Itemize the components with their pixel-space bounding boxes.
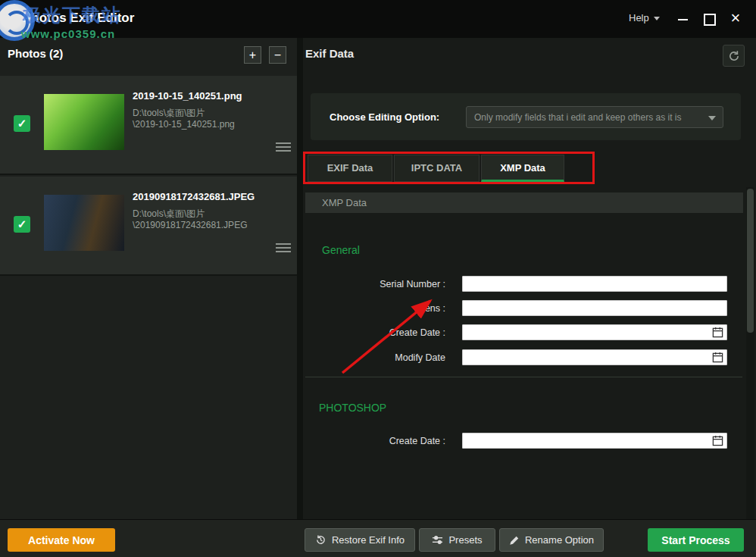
editing-option-dropdown[interactable]: Only modify fields that i edit and keep … <box>466 106 723 128</box>
calendar-icon[interactable] <box>712 435 723 446</box>
restore-label: Restore Exif Info <box>332 534 405 546</box>
chevron-down-icon <box>708 116 716 120</box>
photo-checkbox[interactable]: ✓ <box>14 216 30 233</box>
tab-xmp-data[interactable]: XMP Data <box>481 155 564 182</box>
xmp-section-header: XMP Data <box>305 192 743 213</box>
app-window: Photos Exif Editor Help × 极光下载站 www.pc03… <box>0 0 756 557</box>
modify-date-input[interactable] <box>462 349 727 365</box>
footer-bar: Activate Now Restore Exif Info Presets R… <box>0 519 756 557</box>
refresh-button[interactable] <box>723 45 745 67</box>
presets-button[interactable]: Presets <box>419 528 495 552</box>
photo-path: D:\tools\桌面\图片 <box>133 107 205 120</box>
ps-create-date-label: Create Date : <box>305 436 445 446</box>
photo-path: \2019-10-15_140251.png <box>133 119 235 130</box>
tab-exif-data[interactable]: EXIF Data <box>308 155 392 182</box>
group-title-general: General <box>322 244 360 256</box>
item-menu-icon[interactable] <box>276 142 291 153</box>
help-label: Help <box>629 12 649 23</box>
choose-editing-option-label: Choose Editing Option: <box>330 111 439 123</box>
photos-panel-title: Photos (2) <box>8 47 63 60</box>
presets-icon <box>432 534 443 546</box>
exif-panel-title: Exif Data <box>305 47 354 60</box>
photo-path: D:\tools\桌面\图片 <box>133 208 205 221</box>
editing-option-value: Only modify fields that i edit and keep … <box>474 112 681 123</box>
rename-label: Rename Option <box>525 534 594 546</box>
xmp-section-title: XMP Data <box>322 197 367 208</box>
maximize-button[interactable] <box>700 9 720 29</box>
serial-number-input[interactable] <box>462 276 727 292</box>
rename-option-button[interactable]: Rename Option <box>499 528 604 552</box>
modify-date-label: Modify Date <box>305 352 445 363</box>
serial-number-label: Serial Number : <box>305 279 445 289</box>
photo-list-item[interactable]: ✓ 2019-10-15_140251.png D:\tools\桌面\图片 \… <box>0 76 297 175</box>
minimize-button[interactable] <box>673 9 692 29</box>
add-photo-button[interactable]: + <box>244 46 261 64</box>
photo-list-item[interactable]: ✓ 20190918172432681.JPEG D:\tools\桌面\图片 … <box>0 177 297 276</box>
chevron-down-icon <box>654 17 660 20</box>
photo-checkbox[interactable]: ✓ <box>14 115 30 132</box>
lens-label: Lens : <box>305 303 445 314</box>
photo-thumbnail <box>44 94 124 150</box>
lens-input[interactable] <box>462 300 727 316</box>
start-process-button[interactable]: Start Process <box>648 528 744 552</box>
calendar-icon[interactable] <box>712 352 723 363</box>
presets-label: Presets <box>448 534 482 546</box>
create-date-label: Create Date : <box>305 327 445 338</box>
panel-divider <box>297 38 303 519</box>
photos-panel: Photos (2) + − ✓ 2019-10-15_140251.png D… <box>0 38 297 519</box>
calendar-icon[interactable] <box>712 327 723 338</box>
scrollbar-track[interactable] <box>746 187 754 519</box>
item-menu-icon[interactable] <box>276 243 291 254</box>
remove-photo-button[interactable]: − <box>269 46 286 64</box>
scrollbar-thumb[interactable] <box>747 189 754 333</box>
group-divider <box>305 377 742 377</box>
restore-icon <box>315 534 326 546</box>
create-date-input[interactable] <box>462 324 727 340</box>
watermark-site-text: www.pc0359.cn <box>21 27 115 40</box>
tab-iptc-data[interactable]: IPTC DATA <box>394 155 480 182</box>
watermark-overlay-text: 极光下载站 <box>23 3 121 27</box>
group-title-photoshop: PHOTOSHOP <box>319 402 386 414</box>
pencil-icon <box>509 535 520 546</box>
photo-thumbnail <box>44 195 124 251</box>
close-button[interactable]: × <box>726 9 745 29</box>
activate-now-button[interactable]: Activate Now <box>8 528 115 552</box>
photo-path: \20190918172432681.JPEG <box>133 220 247 230</box>
help-menu[interactable]: Help <box>629 12 660 23</box>
photo-filename: 20190918172432681.JPEG <box>133 191 255 202</box>
refresh-icon <box>728 50 740 62</box>
photo-filename: 2019-10-15_140251.png <box>133 90 242 102</box>
restore-exif-info-button[interactable]: Restore Exif Info <box>305 528 415 552</box>
ps-create-date-input[interactable] <box>462 433 727 449</box>
